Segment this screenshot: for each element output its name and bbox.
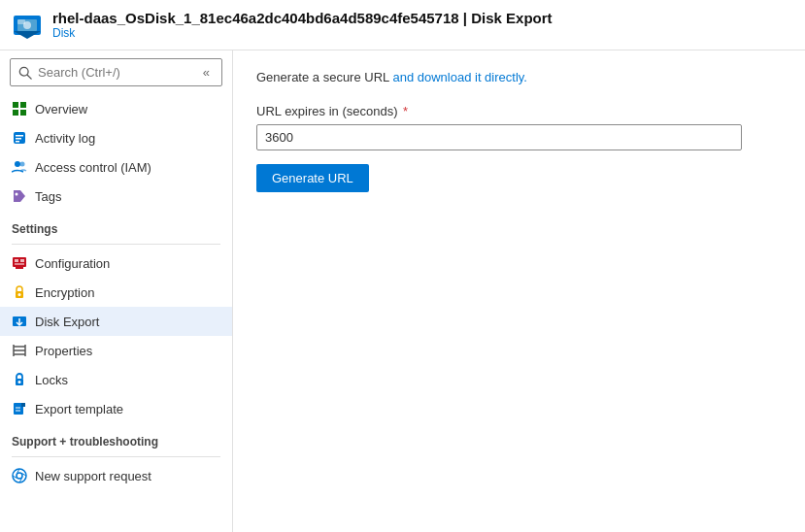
- sidebar-item-configuration-label: Configuration: [35, 256, 110, 271]
- overview-icon: [12, 101, 27, 116]
- required-marker: *: [403, 104, 408, 118]
- svg-point-15: [20, 162, 25, 167]
- svg-rect-12: [16, 138, 21, 140]
- sidebar-item-activity-log-label: Activity log: [35, 131, 95, 146]
- export-template-icon: [12, 401, 27, 416]
- sidebar-item-disk-export-label: Disk Export: [35, 315, 99, 329]
- body-container: « Overview Activity log: [0, 50, 805, 532]
- locks-icon: [12, 372, 27, 387]
- svg-point-38: [13, 469, 26, 482]
- svg-point-39: [17, 473, 22, 479]
- sidebar-item-access-control[interactable]: Access control (IAM): [0, 152, 232, 182]
- search-box[interactable]: «: [10, 58, 222, 86]
- svg-rect-13: [16, 141, 19, 143]
- svg-point-14: [15, 161, 20, 167]
- sidebar-item-new-support[interactable]: New support request: [0, 461, 232, 490]
- svg-rect-8: [13, 110, 18, 116]
- description-link[interactable]: and download it directly.: [392, 70, 527, 84]
- page-header: rhel-daas_OsDisk_1_81ec46a2dc404bd6a4d58…: [0, 0, 805, 50]
- svg-rect-19: [15, 259, 18, 262]
- support-nav: New support request: [0, 461, 232, 490]
- sidebar-item-activity-log[interactable]: Activity log: [0, 123, 232, 152]
- header-text-block: rhel-daas_OsDisk_1_81ec46a2dc404bd6a4d58…: [52, 10, 553, 40]
- sidebar-item-tags-label: Tags: [35, 189, 61, 204]
- svg-rect-21: [15, 263, 24, 265]
- svg-rect-3: [17, 19, 25, 24]
- support-icon: [12, 468, 27, 483]
- sidebar-item-disk-export[interactable]: Disk Export: [0, 307, 232, 336]
- svg-rect-35: [21, 403, 25, 407]
- disk-icon: [12, 10, 43, 41]
- tags-icon: [12, 188, 27, 204]
- collapse-button[interactable]: «: [199, 63, 214, 82]
- sidebar-item-overview[interactable]: Overview: [0, 94, 232, 123]
- svg-rect-6: [13, 102, 18, 108]
- svg-rect-22: [16, 267, 23, 269]
- main-content: Generate a secure URL and download it di…: [233, 50, 805, 532]
- page-title: rhel-daas_OsDisk_1_81ec46a2dc404bd6a4d58…: [52, 10, 553, 26]
- search-icon: [18, 66, 32, 80]
- encryption-icon: [12, 284, 27, 300]
- url-expires-label: URL expires in (seconds) *: [256, 104, 782, 118]
- settings-nav: Configuration Encryption Disk Export: [0, 249, 232, 423]
- access-control-icon: [12, 159, 27, 175]
- sidebar-item-new-support-label: New support request: [35, 469, 151, 483]
- sidebar-item-properties-label: Properties: [35, 344, 92, 358]
- sidebar-item-export-template[interactable]: Export template: [0, 394, 232, 423]
- sidebar-item-iam-label: Access control (IAM): [35, 160, 151, 175]
- sidebar-item-export-template-label: Export template: [35, 402, 123, 416]
- sidebar-item-tags[interactable]: Tags: [0, 182, 232, 211]
- search-input[interactable]: [38, 65, 193, 80]
- svg-point-17: [16, 193, 18, 196]
- support-section-header: Support + troubleshooting: [0, 423, 232, 452]
- configuration-icon: [12, 255, 27, 271]
- sidebar-item-locks[interactable]: Locks: [0, 365, 232, 394]
- sidebar: « Overview Activity log: [0, 50, 233, 532]
- svg-point-24: [18, 293, 21, 296]
- breadcrumb[interactable]: Disk: [52, 26, 553, 40]
- svg-rect-7: [20, 102, 26, 108]
- sidebar-item-configuration[interactable]: Configuration: [0, 249, 232, 278]
- svg-point-33: [18, 381, 21, 383]
- sidebar-item-locks-label: Locks: [35, 373, 68, 387]
- disk-export-icon: [12, 314, 27, 329]
- svg-rect-11: [16, 135, 23, 137]
- sidebar-item-encryption-label: Encryption: [35, 285, 94, 300]
- svg-marker-16: [14, 190, 25, 202]
- svg-rect-9: [20, 110, 26, 116]
- main-description: Generate a secure URL and download it di…: [256, 70, 782, 84]
- properties-icon: [12, 343, 27, 358]
- settings-section-header: Settings: [0, 211, 232, 240]
- primary-nav: Overview Activity log Access control (IA…: [0, 94, 232, 211]
- support-divider: [12, 456, 220, 457]
- activity-log-icon: [12, 130, 27, 146]
- settings-divider: [12, 244, 220, 245]
- sidebar-item-encryption[interactable]: Encryption: [0, 278, 232, 307]
- description-prefix: Generate a secure URL: [256, 70, 392, 84]
- generate-url-button[interactable]: Generate URL: [256, 164, 369, 192]
- svg-line-5: [27, 75, 31, 79]
- sidebar-item-properties[interactable]: Properties: [0, 336, 232, 365]
- svg-rect-20: [20, 259, 24, 262]
- url-expires-input[interactable]: [256, 124, 742, 150]
- sidebar-item-overview-label: Overview: [35, 102, 87, 116]
